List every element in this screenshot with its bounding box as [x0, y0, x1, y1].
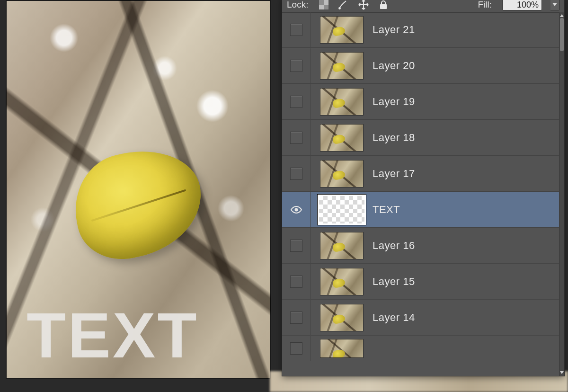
- svg-rect-2: [324, 5, 328, 9]
- visibility-box: [290, 342, 302, 355]
- visibility-box: [290, 132, 302, 144]
- layer-thumbnail-cell: [311, 195, 373, 225]
- layers-scrollbar[interactable]: [559, 12, 564, 376]
- layer-thumbnail-cell: [311, 88, 373, 116]
- fill-label: Fill:: [478, 0, 492, 10]
- transparency-icon[interactable]: [319, 0, 329, 10]
- lock-label: Lock:: [287, 0, 308, 10]
- layer-thumbnail[interactable]: [320, 268, 364, 295]
- layer-row[interactable]: Layer 17: [282, 156, 559, 192]
- layer-thumbnail-cell: [311, 124, 373, 151]
- leaf-shape: [65, 139, 212, 267]
- layer-name[interactable]: Layer 19: [373, 96, 559, 108]
- visibility-box: [290, 96, 302, 108]
- visibility-toggle[interactable]: [282, 192, 311, 227]
- layer-thumbnail[interactable]: [320, 339, 364, 358]
- scrollbar-thumb[interactable]: [560, 18, 564, 51]
- layer-thumbnail-cell: [311, 232, 373, 259]
- layer-row[interactable]: Layer 19: [282, 84, 559, 120]
- layer-name[interactable]: Layer 15: [373, 276, 559, 288]
- layer-row[interactable]: Layer 18: [282, 120, 559, 156]
- move-icon[interactable]: [357, 0, 370, 11]
- visibility-box: [290, 240, 302, 252]
- fill-dropdown[interactable]: [550, 0, 559, 10]
- scroll-down-icon[interactable]: [559, 370, 564, 375]
- layer-thumbnail-cell: [311, 339, 373, 358]
- brush-icon[interactable]: [337, 0, 349, 10]
- visibility-toggle[interactable]: [282, 156, 311, 191]
- layer-name[interactable]: Layer 20: [373, 60, 559, 72]
- layer-name[interactable]: Layer 14: [373, 312, 559, 324]
- canvas-text-overlay: TEXT: [27, 303, 199, 367]
- visibility-toggle[interactable]: [282, 264, 311, 299]
- layer-row[interactable]: Layer 21: [282, 12, 559, 48]
- layers-panel: Lock: Fil: [282, 0, 564, 376]
- layer-thumbnail[interactable]: [320, 16, 364, 44]
- layer-list[interactable]: Layer 21Layer 20Layer 19Layer 18Layer 17…: [282, 12, 559, 376]
- layer-name[interactable]: Layer 17: [373, 168, 559, 180]
- layer-name[interactable]: Layer 21: [373, 24, 559, 36]
- visibility-toggle[interactable]: [282, 12, 311, 47]
- layer-name[interactable]: Layer 16: [373, 240, 559, 252]
- visibility-box: [290, 276, 302, 288]
- layer-row[interactable]: Layer 15: [282, 264, 559, 300]
- layer-thumbnail-cell: [311, 52, 373, 80]
- svg-point-3: [339, 7, 341, 9]
- visibility-box: [290, 312, 302, 324]
- layer-row[interactable]: Layer 14: [282, 300, 559, 336]
- layer-row[interactable]: Layer 20: [282, 48, 559, 84]
- layer-thumbnail[interactable]: [320, 52, 364, 80]
- svg-rect-1: [319, 0, 324, 5]
- eye-icon: [290, 205, 302, 214]
- layer-thumbnail[interactable]: [320, 304, 364, 331]
- lock-bar: Lock: Fil: [282, 0, 564, 13]
- visibility-toggle[interactable]: [282, 84, 311, 119]
- visibility-toggle[interactable]: [282, 336, 311, 361]
- layer-row[interactable]: [282, 336, 559, 361]
- layer-thumbnail[interactable]: [320, 160, 364, 187]
- layer-thumbnail-cell: [311, 16, 373, 44]
- scroll-up-icon[interactable]: [559, 13, 564, 18]
- visibility-box: [290, 24, 302, 36]
- layer-thumbnail-cell: [311, 304, 373, 331]
- layer-row[interactable]: TEXT: [282, 192, 559, 228]
- layer-thumbnail-cell: [311, 160, 373, 187]
- visibility-box: [290, 168, 302, 180]
- document-canvas[interactable]: TEXT: [6, 0, 271, 379]
- layer-thumbnail[interactable]: [320, 124, 364, 151]
- fill-value-field[interactable]: 100%: [502, 0, 542, 10]
- visibility-box: [290, 60, 302, 72]
- layer-thumbnail-cell: [311, 268, 373, 295]
- layer-name[interactable]: Layer 18: [373, 132, 559, 144]
- layer-thumbnail[interactable]: [320, 232, 364, 259]
- layer-thumbnail[interactable]: [320, 88, 364, 116]
- lock-icon[interactable]: [378, 0, 389, 10]
- visibility-toggle[interactable]: [282, 120, 311, 155]
- svg-rect-4: [380, 4, 387, 9]
- layer-name[interactable]: TEXT: [373, 204, 559, 216]
- visibility-toggle[interactable]: [282, 228, 311, 263]
- visibility-toggle[interactable]: [282, 300, 311, 335]
- visibility-toggle[interactable]: [282, 48, 311, 83]
- layer-thumbnail[interactable]: [318, 195, 366, 225]
- svg-point-5: [295, 208, 298, 212]
- layer-row[interactable]: Layer 16: [282, 228, 559, 264]
